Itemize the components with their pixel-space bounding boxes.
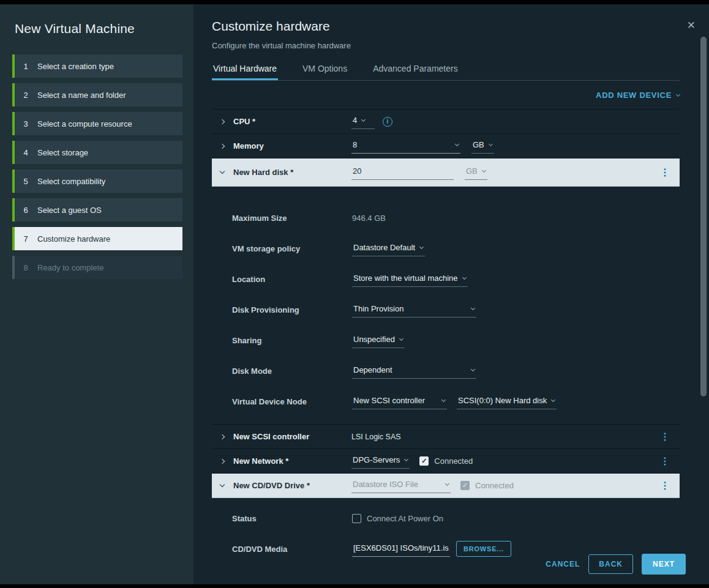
step-number: 3 (23, 119, 29, 128)
disk-provisioning-select[interactable]: Thin Provision (352, 302, 476, 318)
connect-at-power-on-checkbox[interactable] (352, 514, 361, 523)
chevron-down-icon (445, 482, 449, 486)
step-label: Select a name and folder (37, 91, 126, 100)
sidebar-step-select-compatibility[interactable]: 5 Select compatibility (12, 169, 182, 193)
maximum-size-value: 946.4 GB (352, 214, 386, 223)
step-label: Select a guest OS (37, 206, 102, 215)
chevron-down-icon (482, 168, 486, 173)
detail-disk-provisioning: Disk Provisioning Thin Provision (232, 294, 680, 325)
back-button[interactable]: BACK (588, 554, 633, 574)
sharing-label: Sharing (232, 336, 352, 345)
row-new-network: New Network * DPG-Servers ✓ Connected ⋮ (212, 449, 680, 474)
connected-label: Connected (475, 481, 514, 490)
scsi-controller-value: LSI Logic SAS (351, 433, 401, 441)
detail-sharing: Sharing Unspecified (232, 325, 680, 355)
check-icon: ✓ (421, 457, 427, 465)
status-label: Status (232, 514, 352, 523)
expand-chevron-icon[interactable] (220, 435, 233, 439)
info-icon[interactable]: i (383, 117, 392, 127)
disk-provisioning-label: Disk Provisioning (232, 305, 352, 314)
hardware-tabs: Virtual Hardware VM Options Advanced Par… (212, 60, 680, 81)
sidebar-step-select-storage[interactable]: 4 Select storage (12, 141, 182, 164)
network-select[interactable]: DPG-Servers (351, 453, 410, 469)
device-node-label: Virtual Device Node (232, 397, 352, 406)
row-new-hard-disk: New Hard disk * 20 GB ⋮ (212, 158, 680, 187)
expand-chevron-icon[interactable] (220, 460, 233, 463)
connected-checkbox[interactable]: ✓ (419, 456, 429, 466)
collapse-chevron-icon[interactable] (220, 485, 233, 486)
cddvd-label: New CD/DVD Drive * (233, 481, 351, 490)
hard-disk-size-input[interactable]: 20 (351, 165, 454, 180)
tab-advanced-parameters[interactable]: Advanced Parameters (372, 60, 459, 80)
cddvd-connected-checkbox-group: ✓ Connected (460, 481, 514, 490)
cddvd-source-select[interactable]: Datastore ISO File (351, 478, 451, 493)
sidebar-step-ready-to-complete[interactable]: 8 Ready to complete (12, 256, 182, 279)
sidebar-step-select-compute-resource[interactable]: 3 Select a compute resource (12, 112, 182, 135)
chevron-down-icon (551, 397, 555, 401)
add-new-device-label: ADD NEW DEVICE (596, 91, 672, 100)
expand-chevron-icon[interactable] (220, 120, 233, 124)
kebab-menu-icon[interactable]: ⋮ (658, 481, 672, 491)
step-number: 8 (23, 263, 29, 272)
scrollbar-thumb[interactable] (700, 37, 707, 396)
detail-virtual-device-node: Virtual Device Node New SCSI controller … (232, 386, 680, 417)
detail-maximum-size: Maximum Size 946.4 GB (232, 203, 680, 233)
detail-disk-mode: Disk Mode Dependent (232, 355, 680, 386)
memory-size-value: 8 (353, 140, 357, 149)
browse-button[interactable]: BROWSE... (456, 541, 511, 557)
chevron-down-icon (471, 305, 475, 310)
location-select[interactable]: Store with the virtual machine (352, 272, 468, 287)
hard-disk-unit-select[interactable]: GB (465, 165, 487, 180)
kebab-menu-icon[interactable]: ⋮ (658, 432, 672, 442)
sidebar-step-customize-hardware[interactable]: 7 Customize hardware (12, 227, 182, 250)
chevron-down-icon (399, 336, 403, 340)
page-subtitle: Configure the virtual machine hardware (212, 41, 680, 50)
step-label: Customize hardware (37, 234, 110, 244)
device-node-slot-value: SCSI(0:0) New Hard disk (458, 396, 547, 405)
cddvd-media-input[interactable]: [ESX6DS01] ISOs/tiny11.is (352, 541, 450, 557)
disk-mode-select[interactable]: Dependent (352, 363, 476, 379)
sharing-value: Unspecified (353, 335, 395, 344)
sidebar-step-select-guest-os[interactable]: 6 Select a guest OS (12, 198, 182, 221)
device-node-controller-select[interactable]: New SCSI controller (352, 394, 447, 409)
tab-vm-options[interactable]: VM Options (301, 60, 348, 80)
detail-status: Status Connect At Power On (232, 503, 680, 534)
chevron-down-icon (455, 142, 459, 146)
location-value: Store with the virtual machine (353, 274, 458, 283)
step-number: 1 (23, 62, 29, 71)
maximum-size-label: Maximum Size (232, 214, 352, 223)
memory-size-input[interactable]: 8 (351, 138, 460, 154)
connect-at-power-on-group: Connect At Power On (352, 514, 443, 523)
hard-disk-unit-value: GB (466, 166, 478, 176)
add-new-device-button[interactable]: ADD NEW DEVICE (596, 91, 680, 100)
sidebar-step-select-name-folder[interactable]: 2 Select a name and folder (12, 83, 182, 106)
detail-vm-storage-policy: VM storage policy Datastore Default (232, 233, 680, 264)
device-node-controller-value: New SCSI controller (353, 396, 425, 405)
expand-chevron-icon[interactable] (220, 144, 233, 148)
sidebar-step-select-creation-type[interactable]: 1 Select a creation type (12, 54, 182, 78)
next-button[interactable]: NEXT (642, 554, 686, 575)
device-node-slot-select[interactable]: SCSI(0:0) New Hard disk (457, 394, 557, 409)
cancel-button[interactable]: CANCEL (546, 560, 580, 568)
scsi-controller-label: New SCSI controller (233, 432, 351, 441)
hard-disk-details: Maximum Size 946.4 GB VM storage policy … (212, 187, 680, 425)
cpu-count-select[interactable]: 4 (351, 114, 375, 129)
collapse-chevron-icon[interactable] (220, 171, 233, 173)
customize-hardware-panel: ✕ Customize hardware Configure the virtu… (193, 4, 709, 584)
location-label: Location (232, 275, 352, 284)
sharing-select[interactable]: Unspecified (352, 333, 405, 348)
disk-mode-value: Dependent (353, 365, 392, 374)
scrollbar[interactable] (700, 34, 708, 582)
tab-virtual-hardware[interactable]: Virtual Hardware (212, 60, 278, 80)
storage-policy-label: VM storage policy (232, 244, 352, 253)
storage-policy-value: Datastore Default (353, 243, 415, 252)
kebab-menu-icon[interactable]: ⋮ (658, 168, 672, 177)
kebab-menu-icon[interactable]: ⋮ (658, 456, 672, 466)
cpu-label: CPU * (233, 117, 351, 126)
storage-policy-select[interactable]: Datastore Default (352, 241, 425, 256)
memory-unit-select[interactable]: GB (471, 138, 494, 154)
chevron-down-icon (462, 275, 466, 279)
close-icon[interactable]: ✕ (687, 20, 696, 31)
step-number: 5 (23, 177, 29, 186)
memory-label: Memory (233, 141, 351, 151)
